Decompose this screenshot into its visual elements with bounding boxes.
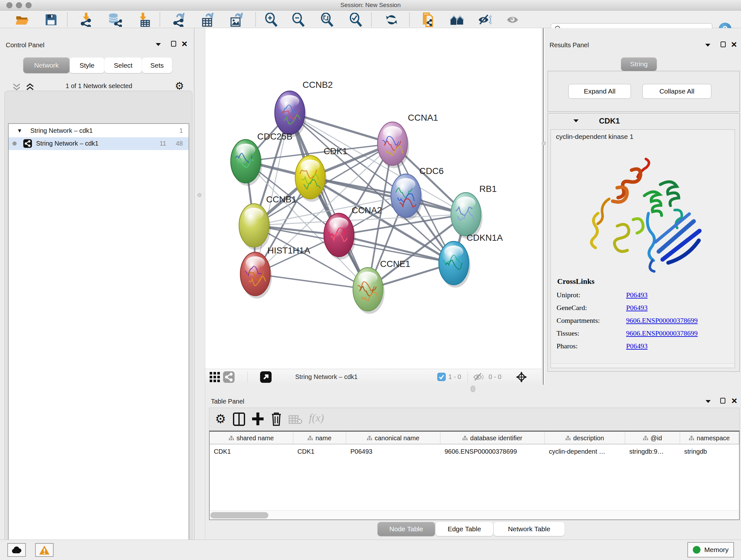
column-header-canonical-name[interactable]: canonical name	[346, 432, 441, 444]
crosslink-link[interactable]: P06493	[626, 342, 648, 350]
neighbors-button[interactable]	[450, 13, 464, 26]
open-session-button[interactable]	[15, 13, 29, 26]
export-network-button[interactable]	[172, 13, 186, 26]
network-node-ccna2[interactable]: CCNA2	[324, 205, 382, 260]
birds-eye-view-icon[interactable]	[515, 371, 528, 383]
tab-edge-table[interactable]: Edge Table	[435, 522, 493, 536]
left-split-divider[interactable]	[194, 28, 205, 540]
tab-select[interactable]: Select	[105, 57, 142, 73]
zoom-selected-button[interactable]	[349, 13, 363, 26]
selected-checkbox-icon[interactable]	[437, 373, 446, 381]
float-panel-icon[interactable]	[720, 398, 725, 403]
save-session-button[interactable]	[44, 13, 58, 26]
float-panel-icon[interactable]	[171, 41, 176, 47]
memory-button[interactable]: Memory	[687, 542, 734, 557]
export-image-button[interactable]	[229, 13, 243, 26]
table-hscrollbar[interactable]	[210, 510, 739, 519]
expand-all-icon[interactable]	[25, 83, 35, 91]
string-network-graph[interactable]: CCNB2CCNA1CDC25BCDK1CDC6RB1CCNB1CCNA2CDK…	[205, 28, 542, 369]
panel-menu-icon[interactable]	[704, 43, 711, 47]
crosslink-link[interactable]: P06493	[626, 291, 648, 299]
network-row-selected[interactable]: String Network – cdk1 11 48	[9, 137, 189, 150]
table-cell[interactable]: stringdb	[680, 445, 739, 458]
column-header-description[interactable]: description	[545, 432, 625, 444]
column-header--id[interactable]: @id	[625, 432, 680, 444]
zoom-out-button[interactable]	[291, 13, 306, 26]
warnings-button[interactable]	[35, 543, 54, 557]
tab-node-table[interactable]: Node Table	[378, 522, 435, 536]
import-network-button[interactable]	[79, 13, 93, 26]
close-panel-icon[interactable]: ✕	[731, 396, 738, 406]
network-share-icon[interactable]	[223, 371, 234, 383]
panel-menu-icon[interactable]	[155, 42, 161, 47]
crosslink-link[interactable]: 9606.ENSP00000378699	[626, 316, 697, 325]
table-cell[interactable]: 9606.ENSP00000378699	[441, 445, 545, 458]
table-cell[interactable]: CDK1	[293, 445, 346, 458]
table-cell[interactable]: CDK1	[210, 445, 293, 458]
zoom-out-icon	[292, 13, 305, 27]
table-cell[interactable]: P06493	[346, 445, 441, 458]
network-node-cdkn1a[interactable]: CDKN1A	[439, 233, 503, 288]
show-columns-icon[interactable]	[233, 413, 245, 426]
right-split-divider[interactable]	[542, 28, 546, 385]
tab-sets[interactable]: Sets	[142, 57, 172, 73]
collapse-all-button[interactable]: Collapse All	[643, 84, 711, 99]
table-cell[interactable]: stringdb:9…	[625, 445, 680, 458]
show-all-button[interactable]	[506, 13, 520, 26]
close-panel-icon[interactable]: ✕	[181, 40, 188, 49]
crosslink-link[interactable]: P06493	[626, 304, 648, 312]
results-hscrollbar[interactable]	[551, 363, 735, 367]
table-cell[interactable]: cyclin-dependent …	[545, 445, 625, 458]
column-header-namespace[interactable]: namespace	[680, 432, 739, 444]
column-header-name[interactable]: name	[293, 432, 346, 444]
collapse-all-icon[interactable]	[12, 83, 21, 91]
table-hscrollbar-thumb[interactable]	[210, 512, 268, 518]
zoom-fit-button[interactable]	[320, 13, 334, 26]
grid-view-icon[interactable]	[210, 372, 220, 382]
export-table-button[interactable]	[200, 13, 214, 26]
network-canvas[interactable]: CCNB2CCNA1CDC25BCDK1CDC6RB1CCNB1CCNA2CDK…	[205, 28, 542, 369]
toolbar-separator	[468, 372, 468, 382]
crosslink-link[interactable]: 9606.ENSP00000378699	[626, 329, 697, 337]
import-network-from-database-button[interactable]	[108, 13, 122, 26]
network-node-rb1[interactable]: RB1	[451, 184, 496, 239]
network-node-ccne1[interactable]: CCNE1	[353, 259, 410, 314]
duplicate-network-button[interactable]	[421, 13, 435, 26]
refresh-button[interactable]	[385, 13, 399, 26]
zoom-in-button[interactable]	[264, 13, 278, 26]
divider-grab-dot[interactable]	[542, 141, 546, 145]
column-header-shared-name[interactable]: shared name	[210, 432, 293, 444]
add-column-icon[interactable]	[252, 412, 264, 426]
delete-column-icon[interactable]	[271, 412, 282, 426]
table-row[interactable]: CDK1CDK1P064939606.ENSP00000378699cyclin…	[210, 445, 739, 458]
table-settings-gear-icon[interactable]: ⚙	[215, 413, 226, 425]
network-node-cdc6[interactable]: CDC6	[391, 166, 444, 220]
divider-grab-dot[interactable]	[198, 193, 201, 197]
expand-all-button[interactable]: Expand All	[568, 84, 631, 99]
tab-string[interactable]: String	[621, 57, 657, 71]
network-node-hist1h1a[interactable]: HIST1H1A	[240, 246, 310, 299]
collection-expander-icon[interactable]: ▼	[17, 128, 22, 134]
tab-network[interactable]: Network	[23, 57, 70, 73]
network-node-ccnb1[interactable]: CCNB1	[239, 194, 296, 250]
network-edge[interactable]	[255, 274, 368, 289]
cloud-button[interactable]	[7, 543, 26, 557]
float-panel-icon[interactable]	[721, 42, 726, 47]
network-collection-row[interactable]: ▼ String Network – cdk1 1	[9, 125, 189, 137]
hide-selected-button[interactable]	[477, 13, 491, 26]
tab-style[interactable]: Style	[70, 57, 105, 73]
collapse-section-icon[interactable]	[573, 118, 579, 123]
horizontal-split-divider[interactable]	[205, 385, 741, 393]
panel-menu-icon[interactable]	[705, 399, 711, 403]
network-edge[interactable]	[290, 113, 368, 289]
close-panel-icon[interactable]: ✕	[731, 40, 737, 49]
network-node-ccna1[interactable]: CCNA1	[378, 113, 438, 168]
tab-network-table[interactable]: Network Table	[494, 522, 564, 536]
network-options-gear-icon[interactable]: ⚙	[175, 80, 184, 92]
divider-grab-oval[interactable]	[471, 386, 475, 392]
import-table-button[interactable]	[137, 13, 151, 26]
network-node-ccnb2[interactable]: CCNB2	[275, 80, 333, 137]
open-in-window-icon[interactable]	[260, 371, 272, 383]
gene-section-header[interactable]: CDK1	[548, 113, 739, 129]
column-header-database-identifier[interactable]: database identifier	[441, 432, 545, 444]
